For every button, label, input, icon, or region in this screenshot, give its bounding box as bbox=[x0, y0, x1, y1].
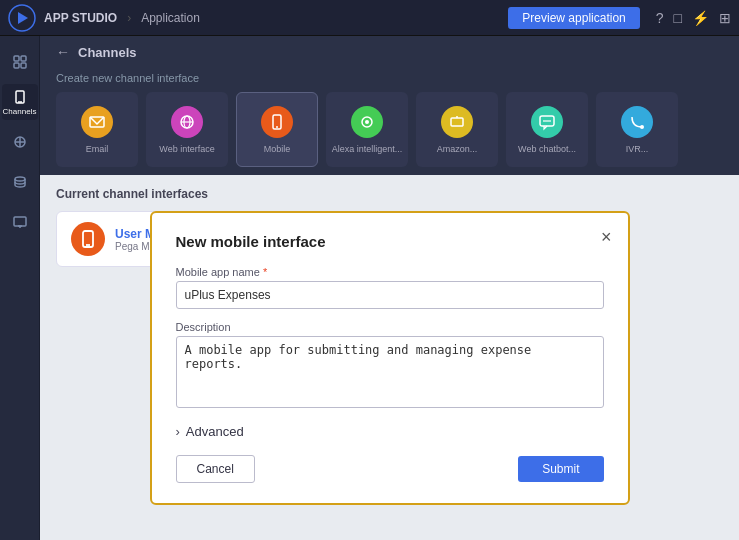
ivr-icon bbox=[621, 106, 653, 138]
create-label: Create new channel interface bbox=[56, 72, 723, 84]
app-name-field-group: Mobile app name * bbox=[176, 266, 604, 321]
svg-rect-4 bbox=[14, 63, 19, 68]
card-email[interactable]: Email bbox=[56, 92, 138, 167]
current-section: Current channel interfaces User Mobile A… bbox=[40, 175, 739, 540]
chatbot-icon bbox=[531, 106, 563, 138]
header-bar: ← Channels bbox=[40, 36, 739, 68]
top-bar: APP STUDIO › Application Preview applica… bbox=[0, 0, 739, 36]
modal-title: New mobile interface bbox=[176, 233, 604, 250]
lightning-icon[interactable]: ⚡ bbox=[692, 10, 709, 26]
card-amazon-name: Amazon... bbox=[437, 144, 478, 154]
card-chatbot[interactable]: Web chatbot... bbox=[506, 92, 588, 167]
sidebar-item-channels[interactable]: Channels bbox=[2, 84, 38, 120]
svg-rect-6 bbox=[16, 91, 24, 103]
app-name-label: Mobile app name * bbox=[176, 266, 604, 278]
channels-area: Create new channel interface Email bbox=[40, 68, 739, 175]
monitor-icon[interactable]: □ bbox=[674, 10, 682, 26]
sidebar-item-data[interactable] bbox=[2, 164, 38, 200]
required-star: * bbox=[263, 266, 267, 278]
top-bar-icons: ? □ ⚡ ⊞ bbox=[656, 10, 731, 26]
card-mobile[interactable]: Mobile bbox=[236, 92, 318, 167]
mobile-icon bbox=[261, 106, 293, 138]
svg-point-22 bbox=[365, 120, 369, 124]
card-email-name: Email bbox=[86, 144, 109, 154]
app-name-input[interactable] bbox=[176, 281, 604, 309]
description-textarea[interactable]: A mobile app for submitting and managing… bbox=[176, 336, 604, 408]
sidebar-item-ux[interactable] bbox=[2, 204, 38, 240]
alexa-icon bbox=[351, 106, 383, 138]
modal-overlay: New mobile interface × Mobile app name *… bbox=[40, 175, 739, 540]
card-alexa[interactable]: Alexa intelligent... bbox=[326, 92, 408, 167]
modal-footer: Cancel Submit bbox=[176, 455, 604, 483]
svg-rect-12 bbox=[14, 217, 26, 226]
svg-point-11 bbox=[15, 177, 25, 181]
app-studio-label: APP STUDIO bbox=[44, 11, 117, 25]
top-bar-separator: › bbox=[127, 11, 131, 25]
back-button[interactable]: ← bbox=[56, 44, 70, 60]
card-amazon[interactable]: Amazon... bbox=[416, 92, 498, 167]
modal-close-button[interactable]: × bbox=[601, 227, 612, 248]
cancel-button[interactable]: Cancel bbox=[176, 455, 255, 483]
sidebar: Channels bbox=[0, 36, 40, 540]
description-label: Description bbox=[176, 321, 604, 333]
description-field-group: Description A mobile app for submitting … bbox=[176, 321, 604, 424]
svg-rect-2 bbox=[14, 56, 19, 61]
sidebar-channels-label: Channels bbox=[3, 107, 37, 116]
content-area: ← Channels Create new channel interface … bbox=[40, 36, 739, 540]
help-icon[interactable]: ? bbox=[656, 10, 664, 26]
card-web-name: Web interface bbox=[159, 144, 214, 154]
svg-rect-23 bbox=[451, 118, 463, 126]
email-icon bbox=[81, 106, 113, 138]
channels-title: Channels bbox=[78, 45, 137, 60]
sidebar-item-app[interactable] bbox=[2, 124, 38, 160]
channel-cards-row: Email Web interface bbox=[56, 92, 723, 167]
card-ivr-name: IVR... bbox=[626, 144, 649, 154]
app-name-label: Application bbox=[141, 11, 200, 25]
app-logo[interactable] bbox=[8, 4, 36, 32]
sidebar-item-1[interactable] bbox=[2, 44, 38, 80]
card-alexa-name: Alexa intelligent... bbox=[332, 144, 403, 154]
svg-rect-3 bbox=[21, 56, 26, 61]
card-web[interactable]: Web interface bbox=[146, 92, 228, 167]
card-mobile-name: Mobile bbox=[264, 144, 291, 154]
preview-button[interactable]: Preview application bbox=[508, 7, 639, 29]
svg-rect-5 bbox=[21, 63, 26, 68]
main-layout: Channels ← bbox=[0, 36, 739, 540]
card-chatbot-name: Web chatbot... bbox=[518, 144, 576, 154]
amazon-icon bbox=[441, 106, 473, 138]
chevron-right-icon: › bbox=[176, 424, 180, 439]
submit-button[interactable]: Submit bbox=[518, 456, 603, 482]
advanced-row[interactable]: › Advanced bbox=[176, 424, 604, 439]
modal-dialog: New mobile interface × Mobile app name *… bbox=[150, 211, 630, 505]
advanced-label: Advanced bbox=[186, 424, 244, 439]
grid-icon[interactable]: ⊞ bbox=[719, 10, 731, 26]
card-ivr[interactable]: IVR... bbox=[596, 92, 678, 167]
web-icon bbox=[171, 106, 203, 138]
svg-point-27 bbox=[640, 125, 644, 129]
